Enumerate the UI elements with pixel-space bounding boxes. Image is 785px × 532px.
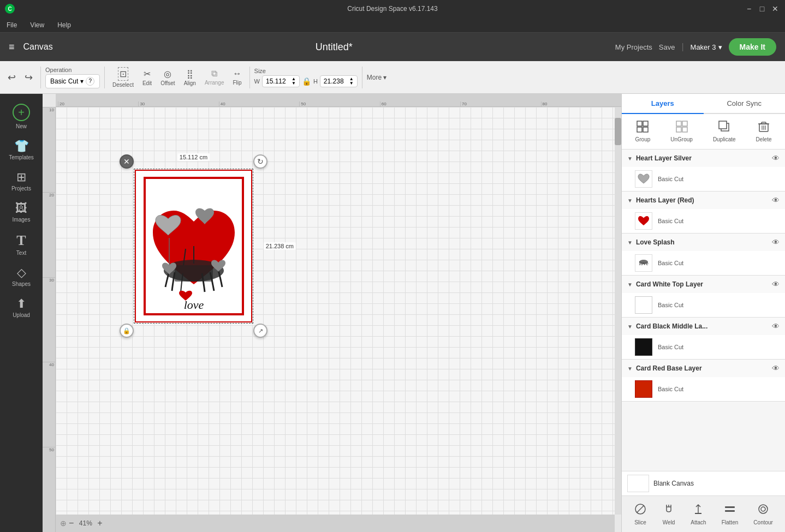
layers-list: ▼ Heart Layer Silver 👁 Basic Cut ▼ Heart… xyxy=(622,150,785,471)
menu-help[interactable]: Help xyxy=(55,20,73,30)
menu-view[interactable]: View xyxy=(28,20,46,30)
blank-canvas-thumb xyxy=(627,475,649,492)
text-label: Text xyxy=(16,250,26,256)
design-object[interactable]: ✕ ↻ 🔒 ↗ 15.112 cm 21.238 cm xyxy=(135,170,252,322)
align-button[interactable]: ⣿ Align xyxy=(181,67,199,88)
flip-icon: ↔ xyxy=(233,69,242,79)
svg-rect-15 xyxy=(676,127,681,132)
layer-header-card-black[interactable]: ▼ Card Black Middle La... 👁 xyxy=(622,318,785,335)
delete-button[interactable]: Delete xyxy=(752,118,776,145)
undo-button[interactable]: ↩ xyxy=(4,69,19,86)
maximize-button[interactable]: □ xyxy=(757,3,768,14)
design-artwork: love xyxy=(142,175,246,317)
zoom-crosshair-icon: ⊕ xyxy=(60,519,67,528)
svg-rect-4 xyxy=(175,265,213,282)
sidebar-item-projects[interactable]: ⊞ Projects xyxy=(0,166,43,197)
width-input[interactable] xyxy=(266,77,290,85)
sidebar-item-images[interactable]: 🖼 Images xyxy=(0,197,43,228)
sidebar-item-shapes[interactable]: ◇ Shapes xyxy=(0,261,43,292)
height-input[interactable] xyxy=(324,77,348,85)
handle-rotate[interactable]: ↻ xyxy=(253,154,267,169)
save-button[interactable]: Save xyxy=(659,43,675,51)
layer-header-heart-silver[interactable]: ▼ Heart Layer Silver 👁 xyxy=(622,150,785,167)
eye-icon-hearts-red[interactable]: 👁 xyxy=(772,196,780,205)
sidebar-item-templates[interactable]: 👕 Templates xyxy=(0,135,43,166)
ruler-mark-20: 20 xyxy=(58,101,138,106)
sidebar-item-new[interactable]: + New xyxy=(0,98,43,135)
zoom-plus-button[interactable]: + xyxy=(97,518,102,528)
deselect-button[interactable]: ⊡ Deselect xyxy=(109,65,137,90)
arrange-button[interactable]: ⧉ Arrange xyxy=(201,67,228,88)
canvas-label: Canvas xyxy=(23,42,53,52)
layer-header-card-white[interactable]: ▼ Card White Top Layer 👁 xyxy=(622,276,785,293)
close-button[interactable]: ✕ xyxy=(770,3,781,14)
duplicate-icon xyxy=(718,121,730,135)
chevron-icon-red: ▼ xyxy=(627,198,633,204)
toolbar-sep-3 xyxy=(249,67,250,88)
eye-icon-heart-silver[interactable]: 👁 xyxy=(772,154,780,163)
operation-select[interactable]: Basic Cut ▾ ? xyxy=(45,74,100,88)
flip-button[interactable]: ↔ Flip xyxy=(229,67,245,88)
scrollbar-thumb-v[interactable] xyxy=(615,118,621,145)
scrollbar-vertical[interactable] xyxy=(615,107,621,515)
canvas-grid[interactable]: ✕ ↻ 🔒 ↗ 15.112 cm 21.238 cm xyxy=(56,107,621,515)
height-down-button[interactable]: ▼ xyxy=(349,81,354,86)
attach-icon xyxy=(692,503,705,518)
handle-lock[interactable]: 🔒 xyxy=(120,324,134,338)
width-input-group: ▲ ▼ xyxy=(262,75,300,87)
eye-icon-card-black[interactable]: 👁 xyxy=(772,322,780,331)
blank-canvas-label: Blank Canvas xyxy=(653,480,694,487)
my-projects-link[interactable]: My Projects xyxy=(615,43,652,51)
layer-header-hearts-red[interactable]: ▼ Hearts Layer (Red) 👁 xyxy=(622,192,785,209)
lock-icon: 🔒 xyxy=(302,77,311,86)
layer-thumb-heart-silver xyxy=(635,170,652,188)
offset-button[interactable]: ◎ Offset xyxy=(157,67,179,88)
sidebar-item-text[interactable]: T Text xyxy=(0,228,43,261)
handle-resize[interactable]: ↗ xyxy=(253,324,267,338)
sidebar-item-upload[interactable]: ⬆ Upload xyxy=(0,292,43,324)
edit-button[interactable]: ✂ Edit xyxy=(139,67,155,88)
layer-header-card-red[interactable]: ▼ Card Red Base Layer 👁 xyxy=(622,360,785,377)
layer-body-love-splash: love Basic Cut xyxy=(622,251,785,275)
app-title: Cricut Design Space v6.17.143 xyxy=(0,5,785,13)
eye-icon-card-red[interactable]: 👁 xyxy=(772,364,780,373)
operation-group: Operation Basic Cut ▾ ? xyxy=(45,67,100,88)
tab-color-sync[interactable]: Color Sync xyxy=(704,94,786,114)
height-input-group: ▲ ▼ xyxy=(320,75,358,87)
ruler-top: 20 30 40 50 60 70 80 xyxy=(56,94,621,107)
hamburger-menu[interactable]: ≡ xyxy=(9,41,15,53)
handle-delete[interactable]: ✕ xyxy=(120,154,134,169)
layer-type-love-splash: Basic Cut xyxy=(658,260,683,266)
group-button[interactable]: Group xyxy=(631,118,655,145)
weld-button[interactable]: Weld xyxy=(658,500,680,528)
height-label: H xyxy=(313,78,318,85)
flatten-button[interactable]: Flatten xyxy=(717,500,743,528)
slice-button[interactable]: Slice xyxy=(629,500,651,528)
redo-button[interactable]: ↪ xyxy=(21,69,36,86)
zoom-minus-button[interactable]: − xyxy=(69,518,74,528)
duplicate-button[interactable]: Duplicate xyxy=(709,118,740,145)
attach-button[interactable]: Attach xyxy=(686,500,710,528)
svg-rect-9 xyxy=(637,121,642,126)
layer-header-love-splash[interactable]: ▼ Love Splash 👁 xyxy=(622,234,785,251)
projects-label: Projects xyxy=(11,186,31,192)
ungroup-button[interactable]: UnGroup xyxy=(666,118,697,145)
more-button[interactable]: More ▾ xyxy=(367,74,387,81)
ruler-left: 10 20 30 40 50 xyxy=(43,107,56,532)
canvas-area[interactable]: 20 30 40 50 60 70 80 10 20 30 40 50 ✕ xyxy=(43,94,621,532)
eye-icon-love-splash[interactable]: 👁 xyxy=(772,238,780,247)
height-dimension-label: 21.238 cm xyxy=(264,242,296,250)
machine-selector[interactable]: Maker 3 ▾ xyxy=(691,43,722,51)
minimize-button[interactable]: − xyxy=(744,3,754,14)
layer-group-love-splash: ▼ Love Splash 👁 love Basic Cut xyxy=(622,234,785,276)
menu-file[interactable]: File xyxy=(4,20,19,30)
eye-icon-card-white[interactable]: 👁 xyxy=(772,280,780,289)
tab-layers[interactable]: Layers xyxy=(622,94,704,114)
operation-help-button[interactable]: ? xyxy=(86,77,94,86)
svg-point-26 xyxy=(639,260,648,264)
contour-button[interactable]: Contour xyxy=(749,500,777,528)
edit-label: Edit xyxy=(142,80,152,86)
make-it-button[interactable]: Make It xyxy=(729,38,776,56)
redo-icon: ↪ xyxy=(25,71,33,83)
width-down-button[interactable]: ▼ xyxy=(292,81,296,86)
